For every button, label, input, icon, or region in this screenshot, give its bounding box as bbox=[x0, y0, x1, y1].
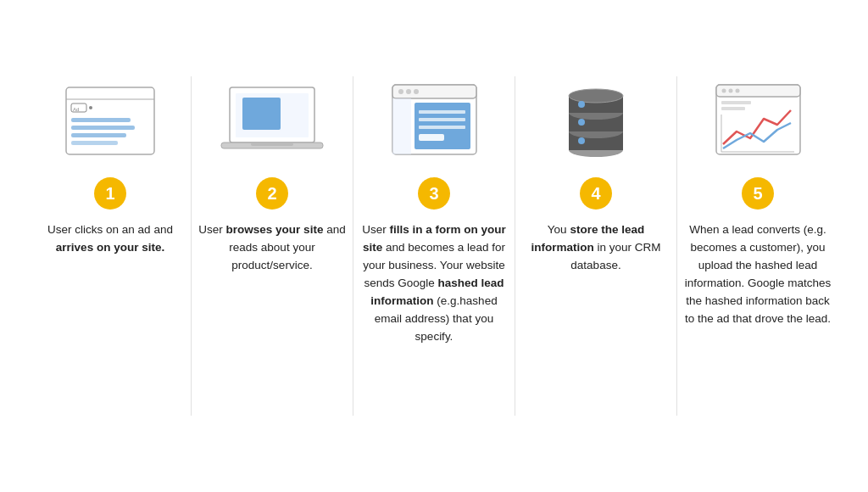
step-5-badge: 5 bbox=[742, 177, 774, 210]
svg-point-35 bbox=[578, 137, 585, 144]
svg-point-40 bbox=[735, 89, 739, 93]
svg-rect-19 bbox=[392, 98, 411, 154]
svg-point-17 bbox=[406, 89, 411, 94]
step-4-text: You store the lead information in your C… bbox=[515, 221, 676, 275]
svg-rect-21 bbox=[419, 110, 465, 114]
step-1-icon: Ad bbox=[51, 76, 170, 165]
step-1-badge: 1 bbox=[94, 177, 126, 210]
svg-rect-13 bbox=[251, 143, 293, 146]
step-2-badge: 2 bbox=[256, 177, 288, 210]
svg-rect-23 bbox=[419, 126, 465, 129]
svg-point-16 bbox=[398, 89, 403, 94]
svg-rect-24 bbox=[419, 134, 444, 141]
svg-rect-8 bbox=[71, 141, 118, 145]
step-3-text: User fills in a form on your site and be… bbox=[353, 221, 515, 345]
svg-point-34 bbox=[578, 119, 585, 126]
svg-rect-7 bbox=[71, 133, 126, 137]
svg-point-33 bbox=[578, 101, 585, 108]
step-4-icon bbox=[537, 76, 655, 165]
step-1: Ad 1 User clicks on an ad and arrives on… bbox=[30, 76, 191, 257]
svg-rect-15 bbox=[392, 85, 476, 98]
step-1-text: User clicks on an ad and arrives on your… bbox=[30, 221, 191, 257]
step-4: 4 You store the lead information in your… bbox=[515, 76, 676, 275]
step-2: 2 User browses your site and reads about… bbox=[192, 76, 353, 275]
step-5: 5 When a lead converts (e.g. becomes a c… bbox=[677, 76, 838, 328]
svg-text:Ad: Ad bbox=[73, 107, 79, 112]
svg-rect-5 bbox=[71, 118, 131, 122]
svg-rect-11 bbox=[242, 98, 281, 130]
svg-point-39 bbox=[728, 89, 732, 93]
step-2-text: User browses your site and reads about y… bbox=[192, 221, 353, 275]
svg-rect-6 bbox=[71, 126, 135, 130]
step-5-icon bbox=[698, 76, 817, 165]
svg-rect-22 bbox=[419, 118, 465, 121]
svg-rect-41 bbox=[721, 101, 751, 104]
step-3: 3 User fills in a form on your site and … bbox=[353, 76, 515, 345]
svg-point-38 bbox=[721, 89, 726, 93]
svg-rect-42 bbox=[721, 107, 745, 110]
step-3-icon bbox=[375, 76, 493, 165]
step-5-text: When a lead converts (e.g. becomes a cus… bbox=[677, 221, 838, 328]
svg-point-4 bbox=[89, 106, 92, 109]
svg-point-18 bbox=[414, 89, 419, 94]
main-container: Ad 1 User clicks on an ad and arrives on… bbox=[19, 68, 849, 424]
step-3-badge: 3 bbox=[418, 177, 450, 210]
step-2-icon bbox=[213, 76, 331, 165]
step-4-badge: 4 bbox=[580, 177, 612, 210]
